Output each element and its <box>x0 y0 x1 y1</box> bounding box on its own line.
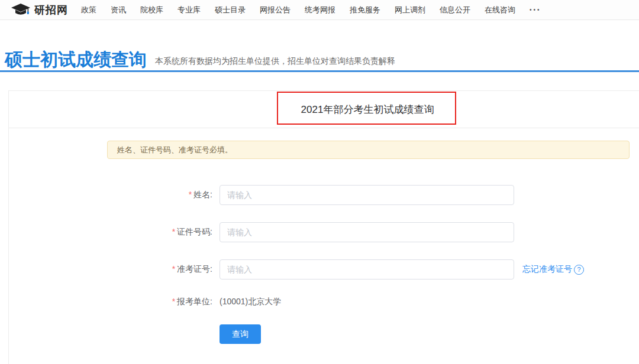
nav-item-unified-exam-report[interactable]: 统考网报 <box>305 5 335 15</box>
top-nav: 研招网 政策 资讯 院校库 专业库 硕士目录 网报公告 统考网报 推免服务 网上… <box>0 0 639 20</box>
nav-item-policy[interactable]: 政策 <box>81 5 96 15</box>
forgot-ticket-link-text: 忘记准考证号 <box>522 264 572 275</box>
query-panel: 2021年部分考生初试成绩查询 姓名、证件号码、准考证号必填。 *姓名: *证件… <box>8 90 639 364</box>
nav-item-news[interactable]: 资讯 <box>111 5 126 15</box>
site-logo[interactable]: 研招网 <box>11 3 68 17</box>
name-label: *姓名: <box>107 190 220 200</box>
form-row-admission-ticket: *准考证号: 忘记准考证号? <box>107 259 639 280</box>
nav-item-info-disclosure[interactable]: 信息公开 <box>440 5 470 15</box>
nav-menu: 政策 资讯 院校库 专业库 硕士目录 网报公告 统考网报 推免服务 网上调剂 信… <box>81 5 515 15</box>
nav-item-online-report-notice[interactable]: 网报公告 <box>260 5 291 15</box>
query-form: *姓名: *证件号码: *准考证号: 忘记准考证号? <box>107 185 639 344</box>
submit-row: 查询 <box>220 324 639 344</box>
nav-item-master-catalog[interactable]: 硕士目录 <box>215 5 246 15</box>
target-university-label: *报考单位: <box>107 297 220 307</box>
page-title: 硕士初试成绩查询 <box>5 49 147 70</box>
id-number-label: *证件号码: <box>107 227 220 238</box>
help-question-icon: ? <box>574 265 584 275</box>
nav-item-major-library[interactable]: 专业库 <box>178 5 201 15</box>
name-input[interactable] <box>220 185 514 205</box>
admission-ticket-input[interactable] <box>220 259 514 280</box>
required-asterisk: * <box>172 264 175 274</box>
query-button[interactable]: 查询 <box>220 324 261 344</box>
admission-ticket-label: *准考证号: <box>107 264 220 275</box>
panel-header: 2021年部分考生初试成绩查询 <box>9 91 639 128</box>
required-asterisk: * <box>172 297 175 306</box>
form-row-name: *姓名: <box>107 185 639 205</box>
form-row-target-university: *报考单位: (10001)北京大学 <box>107 297 639 307</box>
nav-item-online-adjustment[interactable]: 网上调剂 <box>395 5 425 15</box>
target-university-value: (10001)北京大学 <box>220 297 281 307</box>
panel-title: 2021年部分考生初试成绩查询 <box>301 103 434 116</box>
header-divider <box>0 70 639 72</box>
required-asterisk: * <box>172 227 175 236</box>
id-number-input[interactable] <box>220 222 514 242</box>
page-header: 硕士初试成绩查询 本系统所有数据均为招生单位提供，招生单位对查询结果负责解释 <box>0 20 639 70</box>
nav-more-ellipsis[interactable]: ••• <box>530 6 541 13</box>
panel-body: 姓名、证件号码、准考证号必填。 *姓名: *证件号码: *准考证号: <box>9 128 639 344</box>
nav-item-online-consult[interactable]: 在线咨询 <box>485 5 515 15</box>
form-row-id-number: *证件号码: <box>107 222 639 242</box>
logo-text: 研招网 <box>34 3 68 17</box>
nav-item-exemption-service[interactable]: 推免服务 <box>350 5 380 15</box>
page-subtitle: 本系统所有数据均为招生单位提供，招生单位对查询结果负责解释 <box>155 56 395 70</box>
required-asterisk: * <box>189 190 192 199</box>
forgot-ticket-link[interactable]: 忘记准考证号? <box>522 264 584 275</box>
nav-item-college-library[interactable]: 院校库 <box>140 5 163 15</box>
required-fields-notice: 姓名、证件号码、准考证号必填。 <box>107 141 630 159</box>
graduation-cap-icon <box>11 3 31 17</box>
